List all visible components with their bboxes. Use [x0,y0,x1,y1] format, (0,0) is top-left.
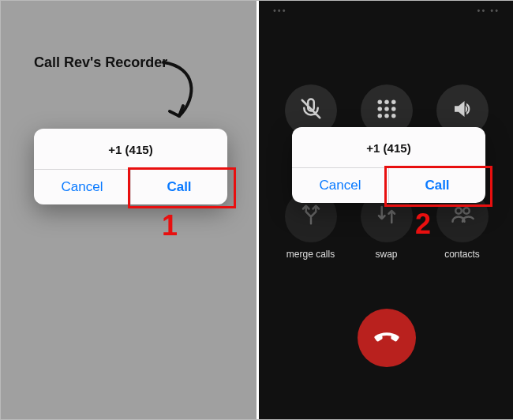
svg-point-0 [377,100,382,105]
alert-phone-number: +1 (415) [34,129,227,169]
status-time-icon: •• •• [477,6,500,15]
contacts-label: contacts [444,249,480,260]
cancel-button[interactable]: Cancel [34,170,130,204]
mute-icon [299,97,323,124]
svg-point-8 [391,114,396,118]
keypad-icon [375,97,399,124]
step-number-1: 1 [162,209,178,242]
svg-point-4 [384,107,389,111]
swap-icon [375,203,399,230]
step-number-2: 2 [415,208,431,241]
status-signal-icon: ••• [273,6,287,15]
call-alert-2: +1 (415) Cancel Call [292,127,485,203]
speaker-icon [451,97,474,124]
svg-point-2 [391,100,396,105]
call-button[interactable]: Call [131,170,227,204]
end-call-button[interactable] [358,309,416,367]
hint-text: Call Rev's Recorder [34,54,167,71]
cancel-button[interactable]: Cancel [292,168,388,203]
call-button[interactable]: Call [389,168,485,203]
curved-arrow-icon [155,58,203,129]
svg-point-7 [384,114,389,118]
svg-point-3 [377,107,382,111]
swap-label: swap [375,249,397,260]
contacts-icon [451,203,474,230]
svg-point-1 [384,100,389,105]
step-1-panel: Call Rev's Recorder +1 (415) Cancel Call… [1,1,256,419]
instruction-stage: Call Rev's Recorder +1 (415) Cancel Call… [0,0,513,420]
merge-icon [299,203,323,230]
svg-point-5 [391,107,396,111]
step-2-panel: ••• •• •• mute keypad [259,1,513,419]
hangup-icon [372,321,402,354]
svg-point-6 [377,114,382,118]
merge-label: merge calls [286,249,335,260]
alert-phone-number: +1 (415) [292,127,485,167]
call-alert-1: +1 (415) Cancel Call [34,129,227,204]
